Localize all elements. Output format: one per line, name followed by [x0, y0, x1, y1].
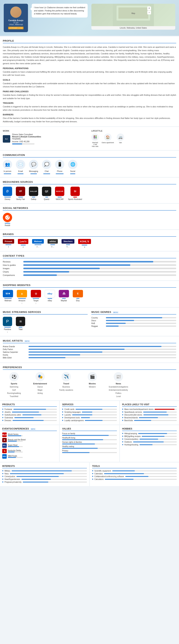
quartz-label: Quartz: [44, 198, 49, 200]
collab-bar: [125, 476, 149, 477]
vanityfair-bar: [18, 197, 23, 198]
music-genres-title: MUSIC GENRES BETA: [91, 310, 176, 314]
products-services-places: PRODUCTS Footwear Jewelry Suits/business…: [0, 401, 179, 424]
skechers-logo: Skechers: [61, 239, 74, 244]
spa-label: Spas/beauty services: [124, 411, 142, 413]
military-bar-bg: [11, 470, 87, 471]
tools-section: TOOLS Scientific equipment Calendars Col…: [90, 462, 179, 486]
shop-etsy-label: Etsy: [76, 300, 80, 302]
value-rights: Human rights & liberties: [62, 441, 117, 444]
events-values-hobbies: EVENTS/CONFERENCES BETA MLB World Series…: [0, 425, 179, 462]
social-title: SOCIAL NETWORKS: [3, 207, 176, 210]
svg-point-10: [6, 217, 7, 218]
phone-icon: 📱: [55, 160, 64, 169]
music-streaming-title: MUSIC STREAMING SERVICES: [3, 310, 88, 314]
chat-icon: 💭: [42, 160, 51, 169]
nba-bar-bg: [8, 457, 23, 458]
worldseries-bar-bg: [8, 435, 23, 436]
worldseries-bar: [8, 435, 21, 436]
tool-scientific: Scientific equipment: [92, 470, 177, 472]
calculators-dot: [92, 478, 93, 480]
calendars-dot: [92, 473, 93, 474]
billie-bar-bg: [28, 357, 176, 358]
email-icon: ✉️: [16, 160, 25, 169]
disco-bar-bg: [106, 320, 176, 321]
shopping-section: SHOPPING WEBSITES W★ Walmart a Amazon 1 …: [0, 281, 179, 307]
walmart-brand-bar: [34, 244, 41, 245]
news-entertainment: Entertainment/celebrity: [109, 389, 128, 391]
comm-social: 🌐 Social: [68, 160, 77, 174]
work-industry: Hospitality: [12, 138, 41, 140]
tool-calculators: Calculators: [92, 478, 177, 480]
walmart-brand-label: 2 ...: [36, 246, 39, 248]
privacy-label: Privacy: [62, 450, 117, 452]
beauty-logo: B: [2, 438, 7, 442]
jewelry-bar: [12, 412, 39, 412]
reddit-bar: [5, 223, 10, 224]
brands-title: BRANDS: [3, 233, 176, 237]
sabrina-label: Sabrina Carpenter: [3, 351, 27, 353]
income-fill: [12, 143, 22, 144]
levis-logo: Levi's: [18, 239, 28, 244]
event-beauty: B Beauty and the Beast: [2, 438, 57, 442]
ariana-label: Ariana Grande: [3, 346, 27, 348]
jewelry-dot: [2, 412, 3, 412]
military-dot: [2, 470, 3, 471]
family-bar: [62, 435, 109, 436]
pref-news: 📰 News Scandals/investigations Entertain…: [107, 372, 130, 398]
shop-amazon-bar: [18, 298, 26, 299]
reviews-bar-bg: [23, 261, 176, 262]
loyalty-label: Loyalty cards/programs: [64, 420, 84, 422]
shop-ebay-label: eBay: [48, 300, 52, 302]
news-title: News: [116, 382, 121, 385]
navy-bar: [10, 473, 64, 474]
goals-text: Candela's goals include finding fashiona…: [3, 82, 176, 88]
primark-bar: [5, 244, 11, 245]
scientific-dot: [92, 470, 93, 471]
billie-label: Billie Eilish: [3, 357, 27, 359]
product-jewelry: Jewelry: [2, 411, 57, 413]
places-title: PLACES LIKELY TO VISIT: [122, 403, 177, 407]
images-label: Images: [3, 267, 21, 270]
profile-link[interactable]: JCPENNEY.COM: [8, 27, 23, 29]
hiking-bar-bg: [138, 433, 177, 434]
artist-dolly: Dolly Parton: [3, 348, 176, 350]
messaging-bar: [30, 174, 37, 174]
beaches-dot: [122, 417, 123, 418]
mass-bar: [155, 409, 175, 410]
walmart-brand-logo: Walmart: [32, 239, 44, 244]
event-nba: NBA NBA Finals: [2, 454, 57, 459]
shop-amazon-sub: 1: [21, 302, 22, 304]
credit-bar: [75, 409, 102, 410]
communication-title: COMMUNICATION: [3, 154, 176, 158]
event-worldseries: MLB World Series: [2, 432, 57, 437]
work-logo: RLC: [3, 135, 10, 142]
music-streaming-section: MUSIC STREAMING SERVICES P Pandora 1 ≋ T…: [3, 310, 88, 333]
dolly-label: Dolly Parton: [3, 348, 27, 350]
content-types-section: CONTENT TYPES Reviews How to guides Imag…: [0, 252, 179, 280]
beauty-bar-bg: [8, 441, 23, 442]
navy-bar-bg: [10, 473, 87, 474]
reviews-bar: [23, 261, 153, 262]
media-title: MEDIA/NEWS SOURCES: [3, 180, 176, 184]
footwear-label: Footwear: [4, 408, 12, 410]
gallup-logo: GALLUP: [29, 187, 38, 196]
service-scripting: Scripting languages: [62, 411, 117, 413]
products-section: PRODUCTS Footwear Jewelry Suits/business…: [0, 401, 59, 424]
calculators-bar-bg: [105, 479, 177, 480]
work-item: RLC Fitness Sales Consultant Resort Life…: [3, 134, 88, 144]
values-title: VALUES: [62, 428, 117, 431]
profile-section: PROFILE Candela Araujo is a 33-year-old …: [0, 36, 179, 126]
pregnancy-label: Pregnancy/maternity: [4, 481, 22, 483]
shop-wayfair-bar: [62, 298, 66, 299]
service-credit: Credit cards: [62, 408, 117, 410]
rnb-bar: [106, 323, 126, 324]
svg-text:−: −: [149, 11, 150, 14]
kentucky-label: Kentucky Derby: [8, 450, 57, 452]
credit-label: Credit cards: [64, 408, 74, 410]
discount-bar-bg: [143, 414, 177, 415]
email-label: Email: [18, 170, 23, 172]
pref-travel: ✈️ Travel Business Family vacations: [55, 372, 77, 398]
in-person-icon: 👥: [3, 160, 12, 169]
ceramics-dot: [122, 438, 123, 440]
